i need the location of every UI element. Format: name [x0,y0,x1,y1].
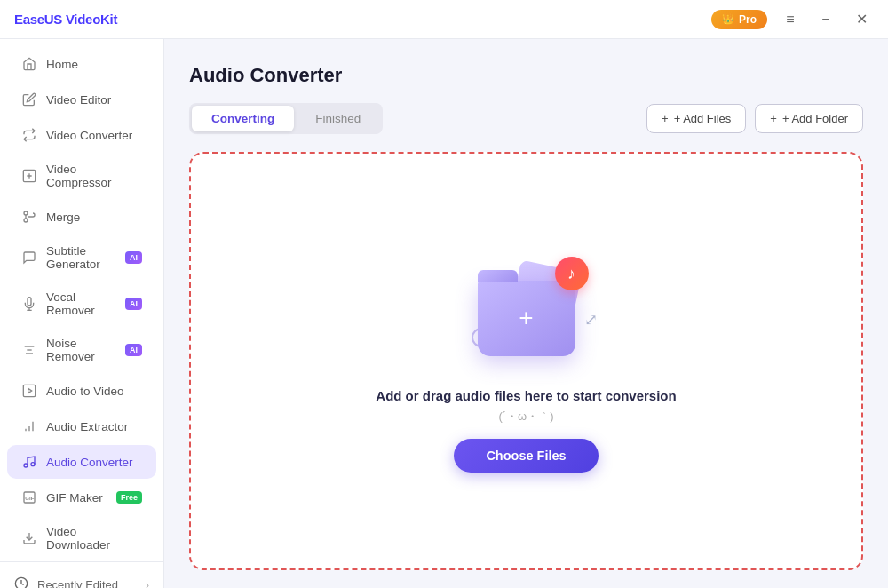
add-files-icon: + [662,112,669,125]
sidebar-item-home-label: Home [46,58,78,71]
sidebar-item-video-compressor[interactable]: Video Compressor [7,154,156,198]
sidebar-item-noise-remover[interactable]: Noise Remover AI [7,328,156,372]
sidebar-item-video-editor-label: Video Editor [46,93,111,107]
sidebar-item-gif-maker[interactable]: GIF GIF Maker Free [7,481,156,514]
folder-tab [478,270,518,282]
video-editor-icon [21,91,37,107]
main-layout: Home Video Editor Video Converter Video … [0,39,888,588]
music-note-badge: ♪ [555,257,589,290]
sidebar-item-subtitle-generator-label: Subtitle Generator [46,244,116,271]
tab-finished[interactable]: Finished [296,106,380,131]
folder-body: + [478,281,575,356]
sidebar-item-video-compressor-label: Video Compressor [46,163,142,189]
ai-badge-vocal: AI [125,298,142,310]
pro-label: Pro [739,13,757,26]
svg-point-1 [24,211,28,215]
svg-point-2 [24,219,28,222]
menu-button[interactable]: ≡ [778,7,803,32]
vocal-remover-icon [21,296,37,312]
toolbar-buttons: + + Add Files + + Add Folder [646,104,863,133]
sidebar-item-noise-remover-label: Noise Remover [46,337,116,363]
sidebar-item-video-downloader-label: Video Downloader [46,525,142,552]
video-compressor-icon [21,168,37,184]
svg-marker-7 [28,388,32,393]
sidebar-item-audio-converter[interactable]: Audio Converter [7,445,156,479]
drop-zone[interactable]: ♪ ⤢ + Add or drag audio files here to st… [189,152,863,570]
page-title: Audio Converter [189,64,863,87]
recently-edited-chevron: › [146,579,149,589]
audio-to-video-icon [21,383,37,399]
ai-badge-noise: AI [125,344,142,356]
drop-zone-sub-text: (´・ω・｀) [498,409,553,425]
video-converter-icon [21,127,37,143]
sidebar-item-video-editor[interactable]: Video Editor [7,83,156,116]
close-button[interactable]: ✕ [849,7,874,32]
home-icon [21,56,37,72]
svg-text:GIF: GIF [25,496,34,501]
content-area: Audio Converter Converting Finished + + … [164,39,888,588]
recently-edited-icon [14,576,28,588]
sidebar: Home Video Editor Video Converter Video … [0,39,164,588]
folder-plus-icon: + [519,306,533,330]
free-badge-gif: Free [116,491,142,504]
tabs: Converting Finished [189,103,383,134]
svg-point-12 [31,463,35,466]
sidebar-item-merge-label: Merge [46,211,80,224]
recently-edited-label: Recently Edited [37,578,118,588]
add-folder-icon: + [770,112,777,125]
tab-converting[interactable]: Converting [192,106,294,131]
sidebar-item-audio-to-video-label: Audio to Video [46,385,124,398]
sidebar-item-video-downloader[interactable]: Video Downloader [7,516,156,560]
svg-rect-6 [23,385,35,396]
sidebar-item-vocal-remover-label: Vocal Remover [46,290,116,317]
drop-zone-main-text: Add or drag audio files here to start co… [376,388,676,403]
merge-icon [21,209,37,225]
audio-extractor-icon [21,418,37,434]
sidebar-item-subtitle-generator[interactable]: Subtitle Generator AI [7,235,156,280]
sidebar-item-merge[interactable]: Merge [7,200,156,234]
minimize-button[interactable]: − [813,7,838,32]
gif-maker-icon: GIF [21,489,37,505]
sidebar-item-gif-maker-label: GIF Maker [46,491,103,505]
add-files-label: + Add Files [674,112,732,125]
sidebar-item-video-converter-label: Video Converter [46,129,132,142]
sidebar-item-audio-converter-label: Audio Converter [46,456,133,469]
title-bar: EaseUS VideoKit Pro ≡ − ✕ [0,0,888,39]
sidebar-item-audio-extractor[interactable]: Audio Extractor [7,409,156,443]
audio-converter-icon [21,454,37,470]
folder-body-wrapper: + [478,281,575,356]
toolbar: Converting Finished + + Add Files + + Ad… [189,103,863,134]
pro-badge[interactable]: Pro [711,10,767,29]
sidebar-bottom: Recently Edited › [0,561,163,588]
sidebar-item-vocal-remover[interactable]: Vocal Remover AI [7,282,156,326]
sidebar-item-audio-to-video[interactable]: Audio to Video [7,374,156,408]
add-folder-label: + Add Folder [782,112,848,125]
title-bar-left: EaseUS VideoKit [14,12,117,27]
sidebar-item-home[interactable]: Home [7,47,156,81]
add-folder-button[interactable]: + + Add Folder [755,104,863,133]
title-bar-right: Pro ≡ − ✕ [711,7,874,32]
subtitle-generator-icon [21,250,37,266]
sidebar-item-video-converter[interactable]: Video Converter [7,118,156,152]
expand-icon: ⤢ [584,310,598,330]
video-downloader-icon [21,530,37,546]
choose-files-button[interactable]: Choose Files [454,439,598,473]
ai-badge-subtitle: AI [125,251,142,264]
sidebar-item-audio-extractor-label: Audio Extractor [46,420,128,433]
sidebar-recently-edited[interactable]: Recently Edited › [0,568,163,588]
folder-illustration: ♪ ⤢ + [456,250,598,374]
app-logo: EaseUS VideoKit [14,12,117,27]
svg-point-11 [24,464,28,467]
noise-remover-icon [21,342,37,358]
add-files-button[interactable]: + + Add Files [646,104,746,133]
